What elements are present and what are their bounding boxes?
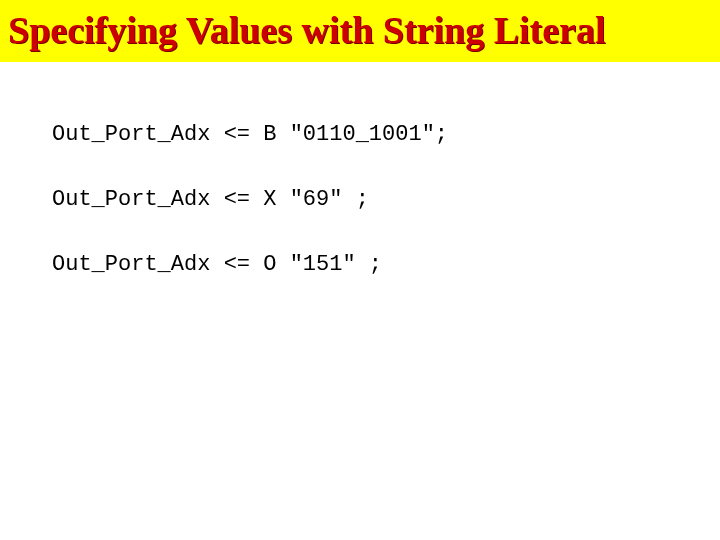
- code-area: Out_Port_Adx <= B "0110_1001"; Out_Port_…: [0, 62, 720, 277]
- code-line-1: Out_Port_Adx <= B "0110_1001";: [52, 122, 720, 147]
- title-band: Specifying Values with String Literal: [0, 0, 720, 62]
- code-line-3: Out_Port_Adx <= O "151" ;: [52, 252, 720, 277]
- slide-title: Specifying Values with String Literal: [8, 8, 712, 52]
- code-line-2: Out_Port_Adx <= X "69" ;: [52, 187, 720, 212]
- slide: Specifying Values with String Literal Ou…: [0, 0, 720, 540]
